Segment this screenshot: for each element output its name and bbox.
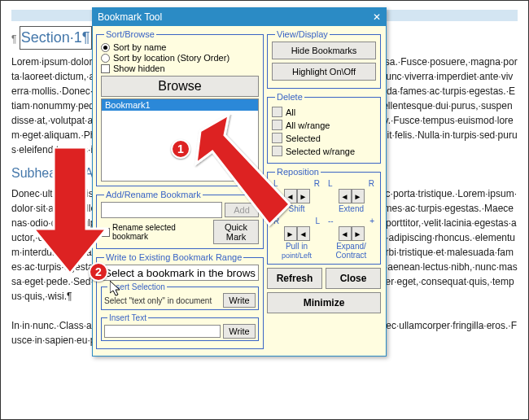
- section-heading-box: Section·1¶: [20, 26, 92, 50]
- callout-number-1: 1: [171, 139, 190, 159]
- write-existing-group: Write to Existing Bookmark Range Insert …: [96, 252, 264, 349]
- expand-contract-label: Expand/ Contract: [326, 242, 376, 260]
- write-text-button[interactable]: Write: [223, 324, 256, 339]
- svg-marker-2: [110, 281, 120, 295]
- shift-right-button[interactable]: ►: [297, 189, 310, 203]
- extend-label: Extend: [326, 204, 376, 213]
- write-selection-button[interactable]: Write: [223, 293, 256, 308]
- repo-minus: --: [328, 217, 334, 225]
- repo-l: L: [315, 217, 320, 225]
- refresh-button[interactable]: Refresh: [267, 268, 322, 289]
- titlebar[interactable]: Bookmark Tool ✕: [93, 8, 386, 26]
- show-hidden-checkbox[interactable]: Show hidden: [101, 63, 259, 73]
- pull-in-left-button[interactable]: ◄: [297, 226, 310, 241]
- radio-label: Sort by location (Story Order): [113, 53, 230, 63]
- insert-text-input[interactable]: [104, 325, 221, 338]
- repo-r: R: [369, 179, 374, 188]
- checkbox-icon: [101, 64, 110, 73]
- hide-bookmarks-button[interactable]: Hide Bookmarks: [272, 42, 376, 59]
- repo-r: R: [314, 179, 320, 188]
- callout-number-2: 2: [89, 262, 108, 282]
- cursor-icon: [110, 281, 123, 299]
- list-item[interactable]: Bookmark1: [102, 99, 258, 111]
- insert-text-group: Insert Text Write: [101, 313, 259, 341]
- dialog-title: Bookmark Tool: [98, 11, 162, 23]
- highlight-toggle-button[interactable]: Highlight On\Off: [272, 63, 376, 81]
- add-rename-legend: Add/Rename Bookmark: [104, 190, 203, 199]
- svg-marker-0: [196, 115, 290, 225]
- view-display-legend: View/Display: [275, 29, 330, 39]
- write-existing-legend: Write to Existing Bookmark Range: [104, 252, 243, 262]
- sort-by-location-radio[interactable]: Sort by location (Story Order): [101, 53, 259, 63]
- view-display-group: View/Display Hide Bookmarks Highlight On…: [267, 29, 381, 89]
- delete-legend: Delete: [275, 92, 304, 102]
- expand-button[interactable]: ►: [352, 226, 365, 241]
- point-left-label: point/Left: [272, 252, 321, 260]
- insert-selection-group: Insert Selection Select "text only" in d…: [101, 282, 259, 310]
- sort-browse-legend: Sort/Browse: [104, 29, 156, 39]
- radio-icon: [101, 43, 110, 52]
- contract-button[interactable]: ◄: [339, 226, 352, 241]
- callout-arrow-1: [192, 115, 298, 229]
- repo-plus: +: [369, 217, 374, 225]
- repo-l: L: [328, 179, 333, 188]
- extend-right-button[interactable]: ►: [352, 189, 365, 203]
- close-button[interactable]: Close: [326, 268, 381, 289]
- svg-marker-1: [33, 147, 107, 273]
- pilcrow: ¶: [11, 33, 16, 45]
- pull-in-label: Pull in: [272, 242, 321, 251]
- section-heading: Section·1¶: [21, 29, 90, 46]
- callout-arrow-2: [29, 147, 111, 278]
- extend-left-button[interactable]: ◄: [339, 189, 352, 203]
- insert-text-legend: Insert Text: [107, 313, 148, 322]
- write-hint-field: [101, 265, 259, 281]
- browse-button[interactable]: Browse: [101, 76, 259, 97]
- minimize-button[interactable]: Minimize: [267, 292, 381, 313]
- checkbox-label: Show hidden: [113, 63, 165, 73]
- radio-icon: [101, 54, 110, 63]
- close-icon[interactable]: ✕: [373, 11, 381, 23]
- radio-label: Sort by name: [113, 42, 166, 52]
- sort-by-name-radio[interactable]: Sort by name: [101, 42, 259, 52]
